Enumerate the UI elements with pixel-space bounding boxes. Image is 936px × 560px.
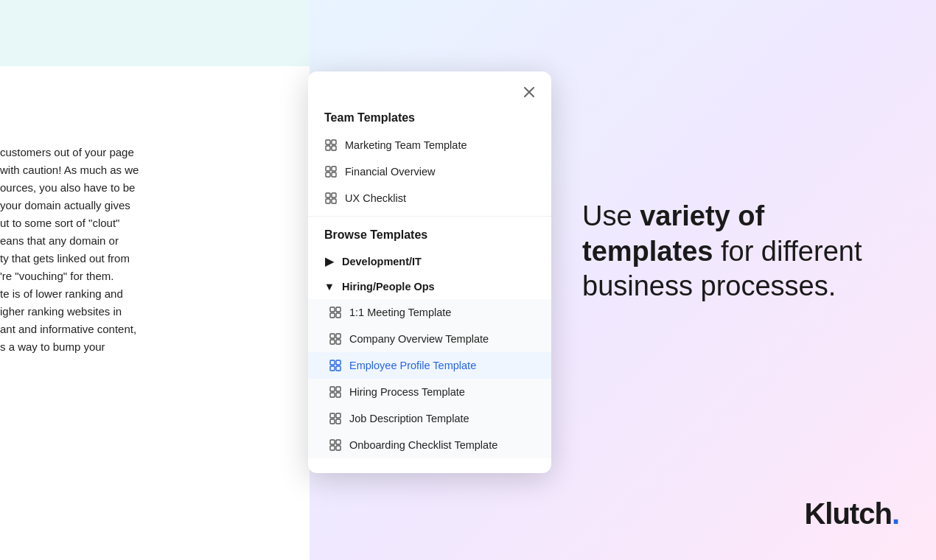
template-financial-label: Financial Overview [345,166,436,178]
svg-rect-31 [336,419,340,424]
modal-body: Team Templates Marketing Team Template [308,102,551,473]
template-company-overview[interactable]: Company Overview Template [308,326,551,352]
svg-rect-26 [330,393,335,397]
template-financial[interactable]: Financial Overview [308,158,551,185]
grid-icon [324,139,338,152]
template-company-overview-label: Company Overview Template [349,333,489,345]
svg-rect-32 [330,440,335,444]
svg-rect-19 [336,340,340,344]
svg-rect-28 [330,413,335,418]
svg-rect-20 [330,360,335,365]
svg-rect-25 [336,387,340,391]
svg-rect-23 [336,366,340,371]
section-divider [308,216,551,217]
svg-rect-11 [332,199,336,203]
svg-rect-33 [336,440,340,444]
close-icon [523,86,535,98]
template-meeting-label: 1:1 Meeting Template [349,307,451,318]
svg-rect-3 [332,146,336,150]
svg-rect-15 [336,313,340,318]
svg-rect-12 [330,307,335,312]
svg-rect-13 [336,307,340,312]
svg-rect-16 [330,334,335,338]
template-marketing-label: Marketing Team Template [345,139,467,151]
svg-rect-6 [326,172,330,177]
browse-templates-title: Browse Templates [308,221,551,249]
browse-templates-section: Browse Templates ▶ Development/IT ▼ Hiri… [308,221,551,458]
team-templates-section: Team Templates Marketing Team Template [308,105,551,211]
svg-rect-7 [332,172,336,177]
left-article-text: customers out of your page with caution!… [0,144,306,356]
svg-rect-24 [330,387,335,391]
svg-rect-8 [326,193,330,197]
marketing-content: Use variety oftemplates for differentbus… [582,199,892,304]
grid-icon [324,192,338,205]
close-button[interactable] [519,82,539,102]
grid-icon-active [329,359,342,372]
template-onboarding[interactable]: Onboarding Checklist Template [308,432,551,458]
template-hiring-process[interactable]: Hiring Process Template [308,379,551,405]
grid-icon [329,385,342,399]
hiring-subitems: 1:1 Meeting Template Company Overview Te… [308,299,551,458]
svg-rect-2 [326,146,330,150]
template-ux[interactable]: UX Checklist [308,185,551,211]
category-dev-it[interactable]: ▶ Development/IT [308,249,551,274]
svg-rect-30 [330,419,335,424]
template-modal: Team Templates Marketing Team Template [308,71,551,473]
marketing-headline: Use variety oftemplates for differentbus… [582,199,892,304]
svg-rect-17 [336,334,340,338]
template-job-description[interactable]: Job Description Template [308,405,551,432]
svg-rect-27 [336,393,340,397]
svg-rect-1 [332,140,336,144]
category-dev-it-label: Development/IT [342,256,422,267]
template-ux-label: UX Checklist [345,192,406,204]
template-employee-profile[interactable]: Employee Profile Template [308,352,551,379]
chevron-right-icon: ▶ [324,256,335,267]
svg-rect-22 [330,366,335,371]
svg-rect-5 [332,167,336,171]
modal-header [308,71,551,102]
svg-rect-21 [336,360,340,365]
svg-rect-35 [336,446,340,450]
svg-rect-9 [332,193,336,197]
template-job-description-label: Job Description Template [349,413,469,424]
svg-rect-18 [330,340,335,344]
template-onboarding-label: Onboarding Checklist Template [349,439,497,451]
svg-rect-14 [330,313,335,318]
grid-icon [329,412,342,425]
svg-rect-10 [326,199,330,203]
template-marketing[interactable]: Marketing Team Template [308,132,551,158]
background-top-left [0,0,310,66]
klutch-logo: Klutch. [804,497,899,531]
category-hiring[interactable]: ▼ Hiring/People Ops [308,274,551,299]
template-employee-profile-label: Employee Profile Template [349,360,476,371]
grid-icon [329,438,342,452]
grid-icon [329,332,342,346]
grid-icon [324,165,338,178]
svg-rect-0 [326,140,330,144]
template-meeting[interactable]: 1:1 Meeting Template [308,299,551,326]
category-hiring-label: Hiring/People Ops [342,281,435,293]
svg-rect-4 [326,167,330,171]
chevron-down-icon: ▼ [324,281,335,292]
team-templates-title: Team Templates [308,105,551,132]
grid-icon [329,306,342,319]
svg-rect-29 [336,413,340,418]
template-hiring-process-label: Hiring Process Template [349,386,465,398]
svg-rect-34 [330,446,335,450]
